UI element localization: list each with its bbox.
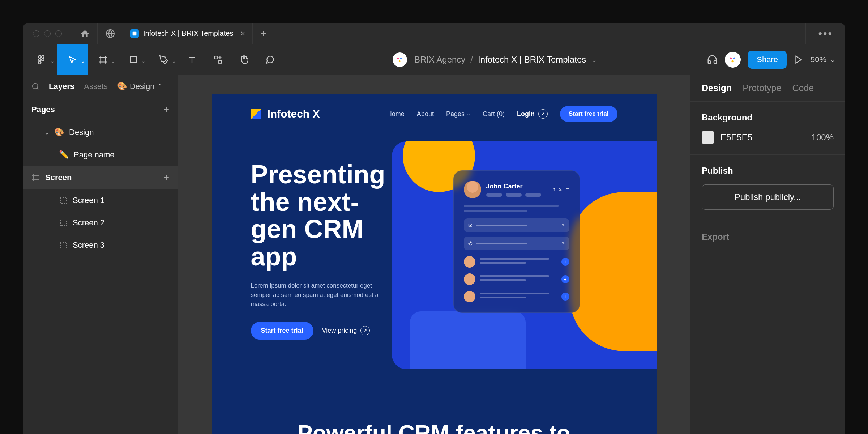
layer-name: Screen 1 (73, 196, 104, 205)
new-tab-button[interactable]: + (252, 23, 274, 44)
page-emoji: 🎨 (54, 128, 64, 137)
move-tool[interactable]: ⌄ (57, 44, 88, 75)
background-section: Background E5E5E5 100% (690, 102, 845, 155)
avatar (464, 181, 481, 198)
file-icon (130, 29, 139, 38)
layer-item[interactable]: Screen 1 (23, 189, 178, 212)
avatar (464, 256, 475, 268)
nav-about[interactable]: About (417, 110, 434, 118)
file-breadcrumb: BRIX Agency / Infotech X | BRIX Template… (283, 52, 707, 67)
card-user-name: John Carter (486, 183, 541, 190)
background-title: Background (702, 112, 834, 123)
maximize-window[interactable] (55, 30, 62, 37)
edit-icon: ✎ (561, 241, 565, 246)
nav-cart[interactable]: Cart (0) (483, 110, 505, 118)
canvas[interactable]: Infotech X Home About Pages ⌄ Cart (0) L… (178, 75, 690, 434)
edit-icon: ✎ (561, 223, 565, 228)
chevron-down-icon: ⌄ (467, 111, 470, 116)
arrow-icon: ↗ (538, 109, 548, 119)
chevron-down-icon: ⌄ (111, 58, 115, 64)
zoom-control[interactable]: 50% ⌄ (811, 55, 836, 64)
figma-window: Infotech X | BRIX Templates × + ••• ⌄ ⌄ … (23, 23, 845, 434)
avatar (464, 291, 475, 302)
file-tab[interactable]: Infotech X | BRIX Templates × (123, 23, 252, 44)
page-name: Page name (74, 150, 115, 159)
file-name[interactable]: Infotech X | BRIX Templates (478, 55, 586, 65)
community-button[interactable] (97, 23, 123, 44)
arrow-icon: ↗ (360, 326, 370, 335)
design-tab[interactable]: Design (702, 83, 732, 93)
prototype-tab[interactable]: Prototype (743, 83, 781, 93)
share-button[interactable]: Share (748, 51, 787, 69)
publish-button[interactable]: Publish publicly... (702, 184, 834, 210)
section-2-title: Powerful CRM features to (212, 398, 657, 434)
frames-section-header[interactable]: Screen + (23, 166, 178, 189)
background-hex[interactable]: E5E5E5 (721, 132, 752, 142)
close-tab-icon[interactable]: × (240, 29, 245, 38)
page-item[interactable]: ⌄ 🎨 Design (23, 121, 178, 144)
add-icon: + (561, 293, 569, 301)
assets-tab[interactable]: Assets (84, 82, 108, 91)
add-page-button[interactable]: + (163, 104, 169, 115)
resources-tool[interactable] (205, 44, 231, 75)
hero-cta-primary[interactable]: Start free trial (251, 322, 313, 340)
instagram-icon: ◻ (566, 187, 569, 192)
frame-icon (31, 173, 40, 182)
layer-item[interactable]: Screen 3 (23, 234, 178, 256)
chevron-down-icon: ⌄ (141, 58, 146, 64)
page-item[interactable]: ✏️ Page name (23, 144, 178, 166)
hero-title: Presenting the next-gen CRM app (251, 161, 399, 270)
login-button[interactable]: Login ↗ (517, 109, 548, 119)
svg-point-16 (33, 83, 38, 89)
comment-tool[interactable] (257, 44, 283, 75)
header-cta-button[interactable]: Start free trial (560, 106, 617, 122)
close-window[interactable] (33, 30, 39, 37)
main-menu-button[interactable]: ⌄ (27, 44, 57, 75)
search-icon[interactable] (31, 82, 39, 90)
pages-label: Pages (31, 105, 55, 114)
text-tool[interactable] (179, 44, 205, 75)
shape-tool[interactable]: ⌄ (118, 44, 149, 75)
layers-tab[interactable]: Layers (49, 82, 74, 91)
background-opacity[interactable]: 100% (812, 132, 834, 142)
home-button[interactable] (72, 23, 97, 44)
facebook-icon: f (553, 187, 555, 192)
hero-subtitle: Lorem ipsum dolor sit amet consectetur e… (251, 281, 392, 309)
contact-row: + (464, 256, 569, 268)
contact-row: + (464, 273, 569, 285)
frame-tool[interactable]: ⌄ (88, 44, 118, 75)
export-section[interactable]: Export (690, 221, 845, 253)
page-dropdown[interactable]: 🎨 Design ⌃ (117, 82, 162, 91)
svg-rect-9 (219, 60, 222, 63)
add-frame-button[interactable]: + (163, 172, 169, 183)
code-tab[interactable]: Code (792, 83, 814, 93)
pages-section-header: Pages + (23, 98, 178, 121)
layer-item[interactable]: Screen 2 (23, 212, 178, 234)
color-swatch[interactable] (702, 131, 714, 144)
email-field: ✉ ✎ (464, 218, 569, 232)
brand-logo-icon (251, 109, 261, 119)
window-controls (23, 30, 72, 37)
chevron-down-icon: ⌄ (44, 129, 49, 136)
pen-tool[interactable]: ⌄ (149, 44, 179, 75)
hero-cta-secondary[interactable]: View pricing ↗ (322, 326, 370, 335)
svg-rect-6 (42, 59, 44, 61)
chevron-down-icon: ⌄ (172, 58, 176, 64)
svg-rect-18 (60, 220, 66, 226)
avatar (464, 273, 475, 285)
nav-pages[interactable]: Pages ⌄ (446, 110, 470, 118)
chevron-down-icon[interactable]: ⌄ (591, 55, 597, 64)
design-frame[interactable]: Infotech X Home About Pages ⌄ Cart (0) L… (212, 94, 657, 434)
minimize-window[interactable] (44, 30, 51, 37)
layer-name: Screen 2 (73, 218, 104, 227)
user-avatar[interactable] (725, 52, 741, 68)
page-emoji: ✏️ (59, 150, 69, 159)
app-menu-button[interactable]: ••• (805, 23, 845, 44)
present-button[interactable] (794, 55, 803, 64)
nav-home[interactable]: Home (387, 110, 405, 118)
audio-button[interactable] (707, 54, 718, 65)
page-name: Design (69, 128, 94, 137)
org-name[interactable]: BRIX Agency (414, 55, 465, 65)
hand-tool[interactable] (231, 44, 257, 75)
org-avatar[interactable] (393, 52, 407, 67)
